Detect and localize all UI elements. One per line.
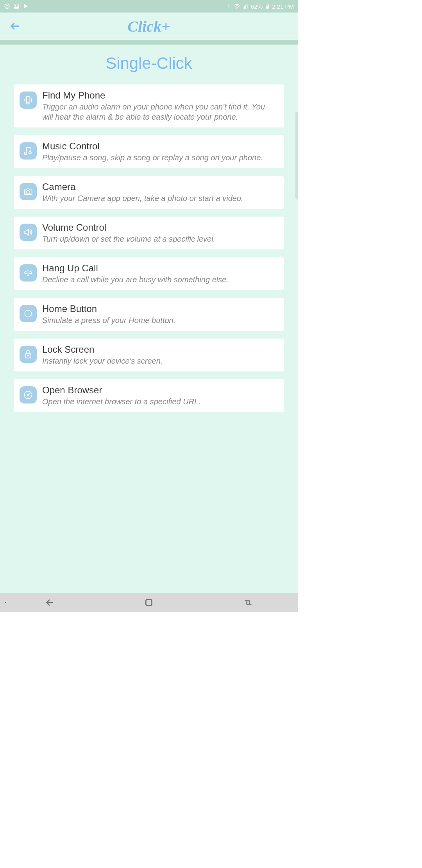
action-desc: Open the internet browser to a specified… bbox=[42, 396, 277, 407]
svg-rect-10 bbox=[267, 4, 268, 4]
circle-icon bbox=[20, 305, 37, 322]
clock-label: 2:21 PM bbox=[272, 3, 294, 10]
nav-recents-button[interactable] bbox=[242, 596, 254, 609]
target-icon bbox=[4, 3, 10, 9]
wifi-icon bbox=[234, 3, 240, 9]
nav-home-icon bbox=[144, 597, 154, 608]
svg-rect-5 bbox=[243, 7, 243, 9]
svg-point-19 bbox=[28, 355, 29, 356]
action-desc: Turn up/down or set the volume at a spec… bbox=[42, 234, 277, 244]
bluetooth-icon bbox=[227, 3, 231, 9]
nav-recents-icon bbox=[243, 597, 253, 608]
action-volume-control[interactable]: Volume Control Turn up/down or set the v… bbox=[14, 217, 284, 249]
app-screen: 62% 2:21 PM Click+ Single-Click Find My … bbox=[0, 0, 298, 612]
status-left-icons bbox=[4, 3, 29, 9]
action-desc: Trigger an audio alarm on your phone whe… bbox=[42, 102, 277, 122]
scroll-indicator bbox=[295, 112, 298, 199]
arrow-left-icon bbox=[9, 21, 20, 32]
header-divider bbox=[0, 40, 298, 45]
app-title: Click+ bbox=[0, 17, 298, 36]
svg-point-4 bbox=[236, 8, 237, 9]
battery-icon bbox=[265, 3, 270, 9]
svg-point-1 bbox=[6, 5, 8, 7]
speaker-icon bbox=[20, 224, 37, 241]
action-title: Home Button bbox=[42, 303, 277, 314]
action-home-button[interactable]: Home Button Simulate a press of your Hom… bbox=[14, 298, 284, 331]
action-desc: Decline a call while you are busy with s… bbox=[42, 274, 277, 285]
music-note-icon bbox=[20, 142, 37, 160]
action-camera[interactable]: Camera With your Camera app open, take a… bbox=[14, 176, 284, 209]
svg-point-16 bbox=[27, 190, 30, 194]
action-title: Find My Phone bbox=[42, 90, 277, 101]
phone-hangup-icon bbox=[20, 264, 37, 282]
action-title: Music Control bbox=[42, 141, 277, 152]
play-store-icon bbox=[23, 3, 29, 9]
action-desc: Play/pause a song, skip a song or replay… bbox=[42, 152, 277, 163]
camera-icon bbox=[20, 183, 37, 200]
image-icon bbox=[13, 3, 20, 9]
compass-icon bbox=[20, 386, 37, 404]
nav-back-button[interactable] bbox=[43, 596, 56, 609]
nav-dot bbox=[5, 602, 6, 603]
svg-point-13 bbox=[28, 102, 29, 103]
svg-rect-11 bbox=[266, 6, 268, 9]
status-bar: 62% 2:21 PM bbox=[0, 0, 298, 13]
action-hang-up-call[interactable]: Hang Up Call Decline a call while you ar… bbox=[14, 257, 284, 290]
svg-rect-21 bbox=[146, 599, 152, 605]
action-lock-screen[interactable]: Lock Screen Instantly lock your device's… bbox=[14, 339, 284, 371]
lock-icon bbox=[20, 346, 37, 363]
status-right-icons: 62% 2:21 PM bbox=[227, 3, 294, 10]
svg-rect-8 bbox=[247, 4, 247, 9]
action-list: Find My Phone Trigger an audio alarm on … bbox=[14, 84, 284, 420]
action-find-my-phone[interactable]: Find My Phone Trigger an audio alarm on … bbox=[14, 84, 284, 127]
action-desc: Instantly lock your device's screen. bbox=[42, 356, 277, 366]
nav-back-icon bbox=[45, 597, 55, 608]
action-title: Volume Control bbox=[42, 222, 277, 233]
battery-pct-label: 62% bbox=[251, 3, 263, 10]
svg-point-3 bbox=[15, 5, 16, 6]
action-title: Lock Screen bbox=[42, 344, 277, 355]
svg-point-17 bbox=[25, 310, 32, 317]
svg-rect-6 bbox=[244, 6, 245, 9]
action-open-browser[interactable]: Open Browser Open the internet browser t… bbox=[14, 379, 284, 412]
svg-point-0 bbox=[5, 4, 9, 9]
action-desc: Simulate a press of your Home button. bbox=[42, 315, 277, 325]
page-title: Single-Click bbox=[14, 54, 284, 73]
app-header: Click+ bbox=[0, 13, 298, 40]
svg-rect-7 bbox=[245, 5, 246, 9]
action-title: Camera bbox=[42, 181, 277, 192]
system-nav-bar bbox=[0, 593, 298, 612]
action-desc: With your Camera app open, take a photo … bbox=[42, 193, 277, 203]
action-title: Hang Up Call bbox=[42, 263, 277, 274]
action-music-control[interactable]: Music Control Play/pause a song, skip a … bbox=[14, 135, 284, 168]
content-scroll[interactable]: Single-Click Find My Phone Trigger an au… bbox=[0, 45, 298, 593]
nav-home-button[interactable] bbox=[143, 596, 155, 609]
signal-icon bbox=[242, 3, 249, 9]
phone-ring-icon bbox=[20, 91, 37, 109]
back-button[interactable] bbox=[8, 19, 22, 33]
action-title: Open Browser bbox=[42, 385, 277, 396]
